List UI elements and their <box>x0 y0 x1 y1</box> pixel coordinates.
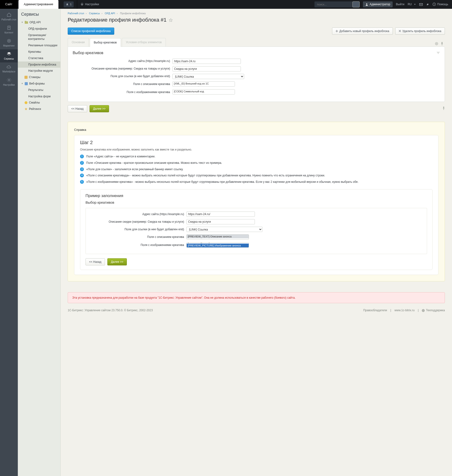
doc-icon <box>7 26 11 30</box>
ex-desc-fields-label: Поля с описанием креатива <box>90 235 184 239</box>
tree-ord-api[interactable]: ▼ОРД API <box>18 19 60 26</box>
link-select[interactable]: [LINK] Ссылка <box>173 74 244 79</box>
tab-creatives[interactable]: Выбор креативов <box>90 38 121 47</box>
profile-list-button[interactable]: Список профилей инфоблока <box>68 27 114 35</box>
tree-platforms[interactable]: Рекламные площадки <box>18 42 60 49</box>
desc-input[interactable] <box>173 66 241 72</box>
bullet-num: 1 <box>80 155 84 158</box>
star-icon[interactable] <box>169 18 173 22</box>
help-link[interactable]: ? Помощь <box>432 2 448 7</box>
svg-text:?: ? <box>433 3 435 6</box>
mail-icon[interactable] <box>419 3 423 6</box>
pin-icon[interactable] <box>426 3 429 6</box>
notification-badge[interactable]: 1 <box>64 1 74 7</box>
help-bullet: «Поля с изображениями креатива» - можно … <box>86 180 359 184</box>
svg-point-26 <box>423 310 424 311</box>
ex-desc-input[interactable] <box>186 219 255 224</box>
bullet-num: 2 <box>80 161 84 165</box>
ex-prev-button[interactable]: << Назад <box>86 258 105 265</box>
rail-content[interactable]: Контент <box>0 23 18 36</box>
sidebar: Сервисы ▼ОРД API ОРД-профили Организации… <box>18 9 60 476</box>
form-nav: << Назад Далее >> <box>68 105 445 112</box>
chevron-down-icon[interactable] <box>437 52 440 54</box>
crumb-link[interactable]: Рабочий стол <box>68 12 84 15</box>
tree-stats[interactable]: Статистика <box>18 55 60 61</box>
nav-pin-icon[interactable] <box>443 107 445 111</box>
tree-stickers[interactable]: Стикеры <box>18 74 60 80</box>
rail-desktop[interactable]: Рабочий стол <box>0 10 18 23</box>
panel-heading: Выбор креативов <box>73 51 103 55</box>
prev-button[interactable]: << Назад <box>68 105 87 112</box>
tree-form-settings[interactable]: Настройка форм <box>18 93 60 100</box>
tab-conditions[interactable]: Условия отбора элементов <box>122 38 166 46</box>
add-profile-button[interactable]: Добавить новый профиль инфоблока <box>332 27 393 35</box>
rail-label: Сервисы <box>4 57 14 60</box>
user-chip[interactable]: Администратор <box>363 1 393 7</box>
tab-main[interactable]: Основная <box>68 38 89 46</box>
top-bar: Сайт Администрирование 1 Настройки Админ… <box>0 0 452 9</box>
svg-rect-15 <box>25 21 28 24</box>
ex-desc-fields-select[interactable]: [PREVIEW_TEXT] Описание анонса [PREVIEW_… <box>186 234 249 240</box>
footer-site-link[interactable]: www.1c-bitrix.ru <box>394 308 415 313</box>
ex-site-url-label: Адрес сайта (https://example.ru) <box>90 212 184 216</box>
ex-next-button[interactable]: Далее >> <box>107 258 127 265</box>
rail-marketing[interactable]: Маркетинг <box>0 36 18 49</box>
help-example-panel: Пример заполнения Выбор креативов Адрес … <box>80 189 432 270</box>
top-search <box>314 1 360 7</box>
rail-label: Маркетинг <box>3 44 15 47</box>
img-fields-select[interactable]: [CODE] Символьный код [NAME] Название эл… <box>173 89 235 94</box>
top-search-button[interactable] <box>352 1 360 7</box>
svg-rect-16 <box>25 21 26 22</box>
top-search-input[interactable] <box>314 1 352 7</box>
delete-profile-button[interactable]: Удалить профиль инфоблока <box>395 27 445 35</box>
svg-point-2 <box>82 4 83 5</box>
tree-results[interactable]: Результаты <box>18 87 60 93</box>
footer-sep: | <box>391 308 391 313</box>
tree-smiles[interactable]: Смайлы <box>18 99 60 106</box>
help-bullet: Поле «Описание креатива - краткое произв… <box>86 161 222 165</box>
bullet-num: 3 <box>80 167 84 171</box>
svg-point-25 <box>435 42 438 45</box>
help-step: Шаг 2 <box>80 140 432 145</box>
site-url-input[interactable] <box>173 59 241 64</box>
tab-site[interactable]: Сайт <box>0 0 18 9</box>
rail-services[interactable]: Сервисы <box>0 49 18 62</box>
ex-link-label: Поле для ссылки (в нее будет добавлен er… <box>90 228 184 231</box>
svg-point-19 <box>25 101 27 104</box>
bullet-num: 4 <box>80 174 84 177</box>
tab-gear-icon[interactable] <box>435 42 438 46</box>
example-title: Пример заполнения <box>86 194 427 198</box>
rail-marketplace[interactable]: Marketplace <box>0 62 18 76</box>
tree-ratings[interactable]: Рейтинги <box>18 106 60 112</box>
footer-owners-link[interactable]: Правообладатели <box>363 308 387 313</box>
crumb-link[interactable]: Сервисы <box>89 12 100 15</box>
footer-left: 1С-Битрикс: Управление сайтом 23.750.0. … <box>68 308 153 313</box>
tree-iblock-profiles[interactable]: Профили инфоблока <box>18 61 60 68</box>
tree-module-settings[interactable]: Настройки модуля <box>18 68 60 74</box>
form-icon <box>25 82 28 85</box>
ex-link-select[interactable]: [LINK] Ссылка <box>186 227 262 232</box>
svg-rect-6 <box>419 3 423 6</box>
tree-orgs[interactable]: Организации/контрагенты <box>18 32 60 43</box>
rail-settings[interactable]: Настройки <box>0 76 18 89</box>
home-icon <box>7 12 12 17</box>
crumb-link[interactable]: ОРД API <box>105 12 115 15</box>
tab-pin-icon[interactable] <box>441 42 444 46</box>
desc-fields-select[interactable]: [XML_ID] Внешний код из 1С [CODE] Символ… <box>173 81 235 87</box>
tree-creatives[interactable]: Креативы <box>18 49 60 55</box>
lang-select[interactable]: RU▼ <box>408 2 416 7</box>
notification-count: 1 <box>70 3 72 6</box>
footer-support-link[interactable]: Техподдержка <box>422 308 445 313</box>
logout-link[interactable]: Выйти <box>396 2 405 7</box>
tree-webforms[interactable]: ▼Веб-формы <box>18 80 60 87</box>
tree-ord-profiles[interactable]: ОРД-профили <box>18 26 60 32</box>
help-bullet: «Поле для ссылки» - заполняется если рек… <box>86 167 183 171</box>
form-panel: Выбор креативов Адрес сайта (https://exa… <box>68 46 445 102</box>
top-settings-link[interactable]: Настройки <box>80 2 99 7</box>
ex-img-fields-select[interactable]: [NAME] Название элемента [PREVIEW_TEXT] … <box>186 242 249 248</box>
ex-site-url-input[interactable] <box>186 212 255 217</box>
tab-admin[interactable]: Администрирование <box>19 0 59 9</box>
rail-label: Marketplace <box>2 70 15 73</box>
svg-rect-0 <box>67 3 68 5</box>
next-button[interactable]: Далее >> <box>90 105 109 112</box>
